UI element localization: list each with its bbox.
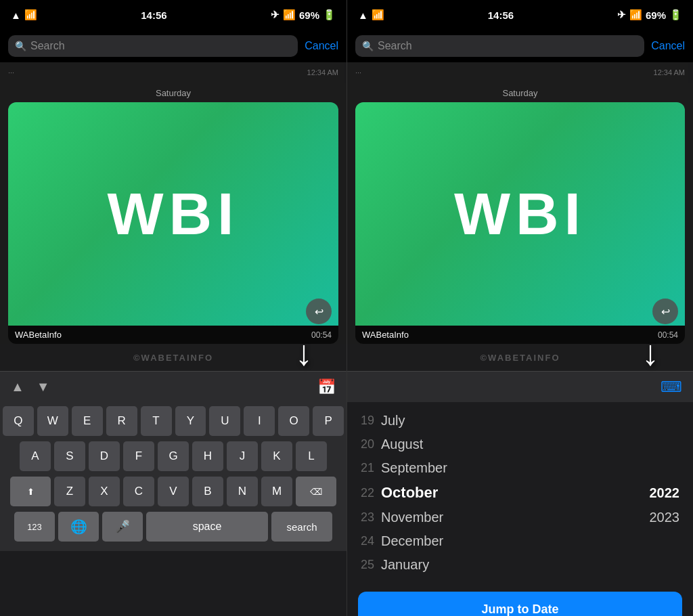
key-L[interactable]: L xyxy=(296,441,327,471)
airplane-icon: ✈ xyxy=(271,9,280,21)
keyboard-row-1: Q W E R T Y U I O P xyxy=(3,406,344,436)
key-C[interactable]: C xyxy=(123,477,154,506)
chat-message-area-right: WBI ↩ WABetaInfo 00:54 ↓ xyxy=(347,102,693,344)
search-input-wrap-left[interactable]: 🔍 xyxy=(8,35,298,57)
chat-time-left: 00:54 xyxy=(311,330,332,340)
key-W[interactable]: W xyxy=(37,406,68,436)
battery-pct-right: 69% xyxy=(646,9,666,21)
status-right-left: ✈ 📶 69% 🔋 xyxy=(271,9,336,21)
date-row-december[interactable]: 24 December xyxy=(347,529,693,553)
status-right-right: ✈ 📶 69% 🔋 xyxy=(617,9,682,21)
search-input-right[interactable] xyxy=(378,40,638,52)
key-D[interactable]: D xyxy=(89,441,120,471)
key-J[interactable]: J xyxy=(227,441,258,471)
keyboard-left: Q W E R T Y U I O P A S D F G H J K L ⬆ … xyxy=(0,402,346,551)
date-row-january[interactable]: 25 January xyxy=(347,553,693,577)
signal-icon: ▲ xyxy=(11,9,21,21)
key-R[interactable]: R xyxy=(106,406,137,436)
status-left-right: ▲ 📶 xyxy=(358,9,384,21)
status-left: ▲ 📶 xyxy=(11,9,37,21)
date-row-september[interactable]: 21 September xyxy=(347,456,693,480)
backspace-key[interactable]: ⌫ xyxy=(296,477,336,506)
chat-area-mini-left: ··· 12:34 AM xyxy=(0,62,346,83)
search-input-wrap-right[interactable]: 🔍 xyxy=(355,35,644,57)
key-I[interactable]: I xyxy=(244,406,275,436)
battery-pct-left: 69% xyxy=(299,9,319,21)
day-label-right: Saturday xyxy=(347,83,693,102)
search-key[interactable]: search xyxy=(271,512,332,542)
key-E[interactable]: E xyxy=(72,406,103,436)
airplane-icon-right: ✈ xyxy=(617,9,626,21)
key-A[interactable]: A xyxy=(20,441,51,471)
wifi-icon-right: 📶 xyxy=(283,9,296,21)
nav-down-button[interactable]: ▼ xyxy=(37,379,50,395)
key-S[interactable]: S xyxy=(54,441,85,471)
chat-sender-left: WABetaInfo xyxy=(15,330,62,340)
search-bar-left: 🔍 Cancel xyxy=(0,30,346,62)
keyboard-row-2: A S D F G H J K L xyxy=(3,441,344,471)
chat-time-right: 00:54 xyxy=(658,330,678,340)
emoji-key[interactable]: 🌐 xyxy=(58,512,99,542)
date-picker-area[interactable]: 19 July 20 August 21 September 22 Octobe… xyxy=(347,402,693,584)
nav-up-button[interactable]: ▲ xyxy=(11,379,24,395)
space-key[interactable]: space xyxy=(146,512,268,542)
key-Y[interactable]: Y xyxy=(175,406,206,436)
status-bar-right: ▲ 📶 14:56 ✈ 📶 69% 🔋 xyxy=(347,0,693,30)
time-right: 14:56 xyxy=(488,9,514,21)
shift-key[interactable]: ⬆ xyxy=(10,477,51,506)
chat-area-mini-right: ··· 12:34 AM xyxy=(347,62,693,83)
chat-message-area-left: WBI ↩ WABetaInfo 00:54 ↓ xyxy=(0,102,346,344)
cancel-button-right[interactable]: Cancel xyxy=(651,40,685,52)
cancel-button-left[interactable]: Cancel xyxy=(305,40,338,52)
wifi-icon-right2: 📶 xyxy=(372,9,384,21)
keyboard-row-4: 123 🌐 🎤 space search xyxy=(3,512,344,542)
key-Q[interactable]: Q xyxy=(3,406,34,436)
key-K[interactable]: K xyxy=(261,441,292,471)
key-B[interactable]: B xyxy=(192,477,223,506)
chat-meta-left: WABetaInfo 00:54 xyxy=(8,326,338,344)
key-O[interactable]: O xyxy=(278,406,309,436)
numbers-key[interactable]: 123 xyxy=(14,512,55,542)
mic-key[interactable]: 🎤 xyxy=(102,512,143,542)
key-Z[interactable]: Z xyxy=(54,477,85,506)
key-V[interactable]: V xyxy=(158,477,189,506)
battery-icon-left: 🔋 xyxy=(323,9,336,21)
key-X[interactable]: X xyxy=(89,477,120,506)
search-icon-right: 🔍 xyxy=(362,41,374,51)
calendar-search-icon[interactable]: 📅 xyxy=(317,378,336,396)
key-M[interactable]: M xyxy=(261,477,292,506)
chat-meta-right: WABetaInfo 00:54 xyxy=(355,326,685,344)
share-button-right[interactable]: ↩ xyxy=(652,299,678,324)
key-U[interactable]: U xyxy=(209,406,240,436)
wbi-image-left: WBI xyxy=(8,102,338,326)
signal-icon-right: ▲ xyxy=(358,9,368,21)
nav-buttons: ▲ ▼ xyxy=(11,379,50,395)
search-icon-left: 🔍 xyxy=(15,41,26,51)
watermark-right: ©WABETAINFO xyxy=(347,344,693,371)
key-F[interactable]: F xyxy=(123,441,154,471)
time-left: 14:56 xyxy=(141,9,166,21)
day-label-left: Saturday xyxy=(0,83,346,102)
chat-bubble-right: WBI ↩ WABetaInfo 00:54 xyxy=(355,102,685,344)
status-bar-left: ▲ 📶 14:56 ✈ 📶 69% 🔋 xyxy=(0,0,346,30)
search-input-left[interactable] xyxy=(30,40,291,52)
wbi-image-right: WBI xyxy=(355,102,685,326)
date-row-october-selected[interactable]: 22 October 2022 xyxy=(347,480,693,506)
share-button-left[interactable]: ↩ xyxy=(306,299,332,324)
search-bar-right: 🔍 Cancel xyxy=(347,30,693,62)
key-H[interactable]: H xyxy=(192,441,223,471)
keyboard-row-3: ⬆ Z X C V B N M ⌫ xyxy=(3,477,344,506)
date-row-august[interactable]: 20 August xyxy=(347,433,693,456)
jump-to-date-button[interactable]: Jump to Date xyxy=(358,592,682,616)
chat-sender-right: WABetaInfo xyxy=(362,330,409,340)
date-picker-list: 19 July 20 August 21 September 22 Octobe… xyxy=(347,402,693,584)
keyboard-toggle-button[interactable]: ⌨ xyxy=(661,378,682,396)
wifi-icon-right3: 📶 xyxy=(629,9,642,21)
watermark-left: ©WABETAINFO xyxy=(0,344,346,371)
date-row-november[interactable]: 23 November 2023 xyxy=(347,506,693,529)
key-T[interactable]: T xyxy=(141,406,172,436)
key-N[interactable]: N xyxy=(227,477,258,506)
date-row-july[interactable]: 19 July xyxy=(347,409,693,433)
key-P[interactable]: P xyxy=(313,406,344,436)
key-G[interactable]: G xyxy=(158,441,189,471)
